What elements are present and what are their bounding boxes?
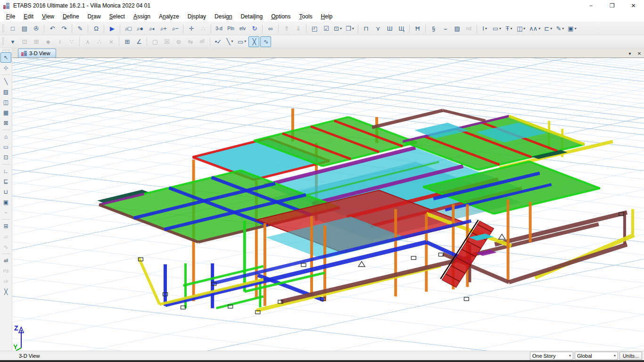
previous-zoom-button[interactable]: ⌕◂ bbox=[146, 23, 157, 34]
select-intersecting-line-button[interactable]: ╳ bbox=[248, 36, 259, 47]
redo-button[interactable]: ↷ bbox=[58, 23, 69, 34]
select-by-area-button[interactable]: ▭▾ bbox=[236, 36, 248, 47]
edit-pen-button[interactable]: ✎ bbox=[74, 23, 85, 34]
run-analysis-button[interactable]: ▶ bbox=[107, 23, 117, 34]
toolbar-grip[interactable] bbox=[2, 25, 5, 33]
tab-list-menu-button[interactable]: ▾ bbox=[625, 49, 635, 58]
steel-I-section-button[interactable]: I▾ bbox=[479, 23, 490, 34]
zoom-in-button[interactable]: ⌕+ bbox=[158, 23, 169, 34]
deselect-button[interactable]: ☒ bbox=[161, 36, 172, 47]
select-circle-button[interactable]: ⊜ bbox=[173, 36, 184, 47]
quick-draw-braces-button[interactable]: ⊠ bbox=[0, 118, 11, 128]
nd-button[interactable]: nd bbox=[463, 23, 474, 34]
move-down-list-button[interactable]: ⇓ bbox=[293, 23, 304, 34]
new-model-button[interactable]: □ bbox=[7, 23, 18, 34]
joint-load-button[interactable]: ⬥ bbox=[42, 36, 53, 47]
dropdown-caret-icon[interactable]: ▾ bbox=[523, 27, 525, 31]
open-model-button[interactable]: ▤ bbox=[19, 23, 30, 34]
walkthrough-button[interactable]: ∴ bbox=[198, 23, 208, 34]
mesh-edit-button[interactable]: ⨯ bbox=[106, 36, 116, 47]
select-all-button[interactable]: all bbox=[197, 36, 207, 47]
draw-wall-button[interactable]: ∟ bbox=[0, 166, 11, 176]
channel-section-button[interactable]: ⊏▾ bbox=[543, 23, 553, 34]
clear-selection-button[interactable]: clr bbox=[0, 276, 11, 287]
object-shrink-toggle-button[interactable]: ◰ bbox=[309, 23, 320, 34]
line-spring-button[interactable]: ≀ bbox=[54, 36, 65, 47]
select-intersecting-curve-button[interactable]: ∿ bbox=[260, 36, 271, 47]
view-elevation-button[interactable]: elv bbox=[237, 23, 248, 34]
move-up-list-button[interactable]: ⇑ bbox=[281, 23, 292, 34]
select-all-sidebar-button[interactable]: all bbox=[0, 255, 11, 266]
draw-section-pen-button[interactable]: ✎▾ bbox=[554, 23, 565, 34]
quick-draw-frame-button[interactable]: ▨ bbox=[0, 87, 11, 97]
previous-selection-button[interactable]: PS bbox=[0, 266, 11, 276]
minimize-button[interactable]: − bbox=[580, 0, 602, 11]
toolbar-grip[interactable] bbox=[2, 37, 5, 46]
dropdown-caret-icon[interactable]: ▾ bbox=[550, 27, 552, 31]
quick-draw-columns-button[interactable]: ▦ bbox=[0, 107, 11, 118]
coord-system-selector[interactable]: Global ▾ bbox=[575, 352, 618, 360]
lock-model-button[interactable]: Ω bbox=[91, 23, 101, 34]
edit-story-button[interactable]: ⊞ bbox=[31, 36, 41, 47]
dropdown-caret-icon[interactable]: ▾ bbox=[340, 27, 342, 31]
undo-button[interactable]: ↶ bbox=[47, 23, 58, 34]
tendon-button[interactable]: ⌣ bbox=[440, 23, 451, 34]
view-plan-button[interactable]: Pln bbox=[225, 23, 236, 34]
display-options-button[interactable]: ☑ bbox=[321, 23, 331, 34]
dropdown-caret-icon[interactable]: ▾ bbox=[575, 27, 577, 31]
rotate-3d-view-button[interactable]: ↻ bbox=[249, 23, 260, 34]
draw-ramp-button[interactable]: ▱ bbox=[0, 231, 11, 242]
select-by-joint-button[interactable]: •✓ bbox=[213, 36, 223, 47]
draw-grid-button[interactable]: ⊞ bbox=[0, 221, 11, 231]
quick-draw-floor-button[interactable]: ⊡ bbox=[0, 152, 11, 163]
rubber-band-zoom-button[interactable]: ⌕□ bbox=[123, 23, 133, 34]
object-view-cube-button[interactable]: ⊡▾ bbox=[332, 23, 343, 34]
draw-frame-line-button[interactable]: ╲ bbox=[0, 76, 11, 87]
close-view-button[interactable]: ✕ bbox=[635, 49, 644, 58]
point-spring-button[interactable]: § bbox=[428, 23, 439, 34]
pan-button[interactable]: ✛ bbox=[186, 23, 197, 34]
select-crossing-line-button[interactable]: ╳ bbox=[0, 287, 11, 297]
restore-full-view-button[interactable]: ⌕● bbox=[134, 23, 145, 34]
draw-door-window-button[interactable]: ▣ bbox=[0, 197, 11, 207]
assign-joint-button[interactable]: ⋎ bbox=[372, 23, 383, 34]
reshape-object-button[interactable]: ⊹ bbox=[0, 63, 11, 73]
draw-curve-button[interactable]: ∿ bbox=[0, 242, 11, 252]
dropdown-caret-icon[interactable]: ▾ bbox=[499, 27, 501, 31]
draw-portal-frame-button[interactable]: ⊓ bbox=[361, 23, 372, 34]
sidebar-grip[interactable] bbox=[2, 49, 10, 51]
restore-button[interactable]: ❐ bbox=[602, 0, 623, 11]
composite-I-section-button[interactable]: ◫▾ bbox=[515, 23, 527, 34]
wall-panel-section-button[interactable]: ▣▾ bbox=[566, 23, 578, 34]
tee-section-button[interactable]: Ŧ▾ bbox=[504, 23, 514, 34]
view-3d-button[interactable]: 3-d bbox=[214, 23, 224, 34]
view-settings-glasses-button[interactable]: ∞ bbox=[265, 23, 276, 34]
pointer-select-button[interactable]: ↖ bbox=[0, 52, 11, 63]
snap-to-line-button[interactable]: ∠ bbox=[133, 36, 144, 47]
edit-grid-button[interactable]: ⊡ bbox=[19, 36, 30, 47]
toolbar-overflow-button[interactable]: ▾ bbox=[7, 36, 18, 47]
quick-draw-wall-button[interactable]: ⊑ bbox=[0, 176, 11, 187]
draw-rect-floor-button[interactable]: ▭ bbox=[0, 142, 11, 152]
dropdown-caret-icon[interactable]: ▾ bbox=[538, 27, 540, 31]
select-by-line-button[interactable]: ╲▾ bbox=[224, 36, 235, 47]
extruded-view-cube-button[interactable]: ❒▾ bbox=[344, 23, 355, 34]
truss-section-button[interactable]: ∧∧▾ bbox=[528, 23, 542, 34]
dropdown-caret-icon[interactable]: ▾ bbox=[510, 27, 512, 31]
rect-section-button[interactable]: ▭▾ bbox=[491, 23, 503, 34]
quick-draw-beams-button[interactable]: ◫ bbox=[0, 97, 11, 107]
dropdown-caret-icon[interactable]: ▾ bbox=[485, 27, 487, 31]
joint-pattern-button[interactable]: ∴ bbox=[94, 36, 105, 47]
zoom-out-button[interactable]: ⌕− bbox=[170, 23, 181, 34]
reselect-button[interactable]: ⇆ bbox=[185, 36, 196, 47]
assign-pier-label-button[interactable]: Ш bbox=[384, 23, 395, 34]
point-pattern-button[interactable]: ∵ bbox=[66, 36, 77, 47]
assign-spandrel-label-button[interactable]: Щ bbox=[396, 23, 407, 34]
dropdown-caret-icon[interactable]: ▾ bbox=[244, 40, 246, 43]
draw-link-button[interactable]: ⌁ bbox=[0, 207, 11, 218]
snap-to-grid-button[interactable]: ⊞ bbox=[122, 36, 132, 47]
dropdown-caret-icon[interactable]: ▾ bbox=[231, 40, 233, 43]
select-poly-button[interactable]: ▢ bbox=[149, 36, 160, 47]
story-selector[interactable]: One Story ▾ bbox=[530, 352, 573, 360]
dropdown-caret-icon[interactable]: ▾ bbox=[562, 27, 564, 31]
